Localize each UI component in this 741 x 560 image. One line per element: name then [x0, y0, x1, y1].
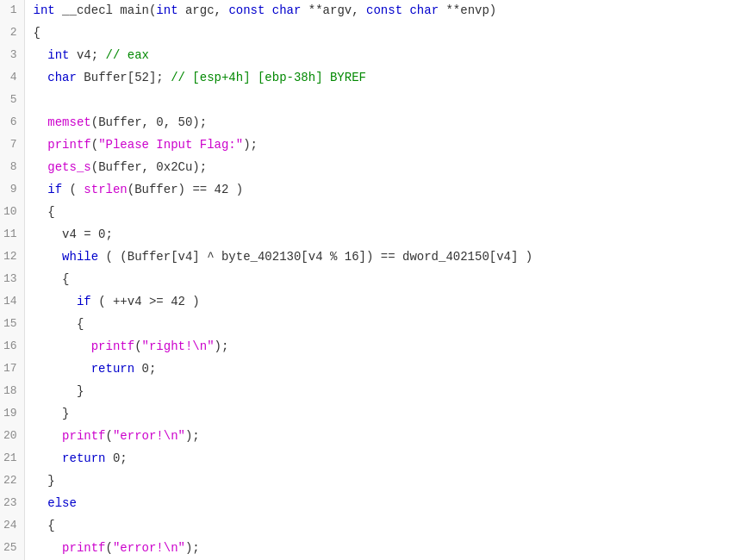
table-row: 2{	[0, 22, 741, 45]
code-token	[34, 496, 48, 510]
code-token: return	[91, 362, 134, 376]
line-content: gets_s(Buffer, 0x2Cu);	[24, 157, 741, 179]
table-row: 4 char Buffer[52]; // [esp+4h] [ebp-38h]…	[0, 67, 741, 90]
line-number: 6	[0, 112, 24, 134]
line-number: 24	[0, 515, 24, 538]
line-number: 21	[0, 448, 24, 470]
line-content: printf("error!\n");	[24, 426, 741, 448]
table-row: 10 {	[0, 202, 741, 224]
line-content: }	[24, 381, 741, 403]
line-number: 12	[0, 246, 24, 269]
code-token: memset	[47, 115, 90, 129]
line-number: 20	[0, 426, 24, 448]
code-token: v4;	[70, 48, 106, 62]
code-token	[34, 115, 48, 129]
code-token: );	[185, 429, 200, 443]
line-content: printf("Please Input Flag:");	[24, 134, 741, 157]
code-token: (Buffer) == 42 )	[128, 183, 243, 196]
code-token: 0;	[106, 451, 128, 465]
line-number: 15	[0, 314, 24, 336]
line-number: 9	[0, 179, 24, 202]
line-number: 11	[0, 224, 24, 246]
code-token: if	[77, 295, 91, 308]
code-token: "Please Input Flag:"	[98, 138, 243, 152]
line-content: {	[24, 515, 741, 538]
code-token: const	[366, 3, 402, 17]
code-token: while	[62, 250, 98, 264]
code-token: {	[34, 519, 55, 532]
code-token: "error!\n"	[113, 541, 185, 555]
code-token: (	[106, 429, 113, 443]
code-token: else	[47, 496, 77, 510]
code-token	[34, 138, 48, 152]
line-number: 17	[0, 358, 24, 381]
line-content: {	[24, 269, 741, 291]
code-token: "error!\n"	[113, 429, 185, 443]
code-token: {	[34, 272, 70, 286]
table-row: 13 {	[0, 269, 741, 291]
code-token: (	[62, 183, 84, 196]
code-token: printf	[62, 541, 105, 555]
code-token: int	[47, 48, 69, 62]
line-content: {	[24, 202, 741, 224]
line-content	[24, 90, 741, 112]
line-content: {	[24, 22, 741, 45]
code-token: (	[91, 138, 98, 152]
code-token: int	[34, 3, 55, 17]
code-token: (	[106, 541, 113, 555]
line-content: return 0;	[24, 358, 741, 381]
line-content: memset(Buffer, 0, 50);	[24, 112, 741, 134]
line-number: 14	[0, 291, 24, 314]
code-token	[34, 429, 63, 443]
line-content: int __cdecl main(int argc, const char **…	[24, 0, 741, 22]
table-row: 1int __cdecl main(int argc, const char *…	[0, 0, 741, 22]
code-token	[34, 48, 48, 62]
code-token: gets_s	[47, 160, 90, 174]
code-token: }	[34, 407, 70, 420]
line-number: 7	[0, 134, 24, 157]
table-row: 7 printf("Please Input Flag:");	[0, 134, 741, 157]
line-content: char Buffer[52]; // [esp+4h] [ebp-38h] B…	[24, 67, 741, 90]
table-row: 23 else	[0, 493, 741, 515]
table-row: 12 while ( (Buffer[v4] ^ byte_402130[v4 …	[0, 246, 741, 269]
line-number: 10	[0, 202, 24, 224]
code-token	[34, 339, 91, 353]
line-content: if ( strlen(Buffer) == 42 )	[24, 179, 741, 202]
code-token	[34, 183, 48, 196]
code-token: );	[185, 541, 200, 555]
table-row: 8 gets_s(Buffer, 0x2Cu);	[0, 157, 741, 179]
code-token: printf	[62, 429, 105, 443]
table-row: 16 printf("right!\n");	[0, 336, 741, 358]
table-row: 19 }	[0, 403, 741, 426]
code-token: ( ++v4 >= 42 )	[91, 295, 200, 308]
code-token: return	[62, 451, 105, 465]
code-token	[34, 250, 63, 264]
table-row: 5	[0, 90, 741, 112]
table-row: 24 {	[0, 515, 741, 538]
code-token: if	[47, 183, 62, 196]
line-content: return 0;	[24, 448, 741, 470]
line-number: 2	[0, 22, 24, 45]
line-content: }	[24, 470, 741, 493]
code-table: 1int __cdecl main(int argc, const char *…	[0, 0, 741, 560]
code-token: (	[134, 339, 141, 353]
code-token: v4 = 0;	[34, 227, 113, 241]
line-number: 19	[0, 403, 24, 426]
code-token: 0;	[134, 362, 156, 376]
line-number: 22	[0, 470, 24, 493]
line-number: 3	[0, 45, 24, 67]
code-token: char	[409, 3, 439, 17]
code-editor: 1int __cdecl main(int argc, const char *…	[0, 0, 741, 560]
code-token: char	[47, 71, 77, 84]
code-token	[34, 71, 48, 84]
line-content: else	[24, 493, 741, 515]
line-number: 25	[0, 538, 24, 560]
code-token: "right!\n"	[142, 339, 215, 353]
line-content: v4 = 0;	[24, 224, 741, 246]
table-row: 18 }	[0, 381, 741, 403]
code-token: __cdecl main(	[55, 3, 157, 17]
table-row: 15 {	[0, 314, 741, 336]
code-token: {	[34, 26, 40, 40]
code-token: printf	[47, 138, 90, 152]
code-token	[265, 3, 271, 17]
